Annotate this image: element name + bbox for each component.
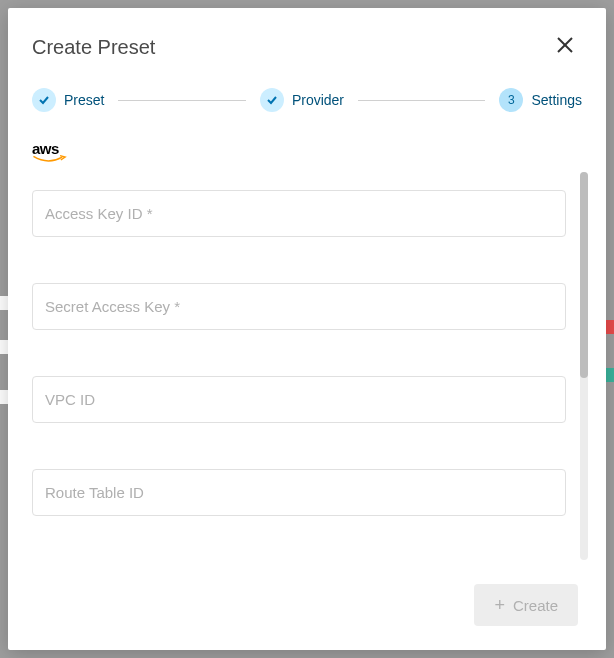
scrollbar-thumb[interactable] <box>580 172 588 378</box>
close-button[interactable] <box>552 32 578 62</box>
access-key-id-input[interactable] <box>32 190 566 237</box>
close-icon <box>556 34 574 59</box>
stepper: Preset Provider 3 Settings <box>8 82 606 130</box>
background-item <box>0 390 8 404</box>
aws-logo: aws <box>32 141 68 166</box>
step-label: Provider <box>292 92 344 108</box>
plus-icon: + <box>494 596 505 614</box>
step-number-badge: 3 <box>499 88 523 112</box>
check-icon <box>260 88 284 112</box>
background-item <box>605 368 614 382</box>
create-button-label: Create <box>513 597 558 614</box>
create-button[interactable]: + Create <box>474 584 578 626</box>
modal-footer: + Create <box>8 564 606 650</box>
background-item <box>0 340 8 354</box>
field-secret-access-key <box>32 283 566 330</box>
form-inner <box>8 172 606 516</box>
background-item <box>605 320 614 334</box>
check-icon <box>32 88 56 112</box>
scrollbar-track[interactable] <box>580 172 588 560</box>
step-settings[interactable]: 3 Settings <box>499 88 582 112</box>
step-provider[interactable]: Provider <box>260 88 344 112</box>
field-access-key-id <box>32 190 566 237</box>
step-divider <box>358 100 485 101</box>
create-preset-modal: Create Preset Preset Provider 3 Settings <box>8 8 606 650</box>
step-label: Settings <box>531 92 582 108</box>
step-label: Preset <box>64 92 104 108</box>
route-table-id-input[interactable] <box>32 469 566 516</box>
form-scroll-area <box>8 172 606 564</box>
field-vpc-id <box>32 376 566 423</box>
modal-header: Create Preset <box>8 8 606 82</box>
step-preset[interactable]: Preset <box>32 88 104 112</box>
field-route-table-id <box>32 469 566 516</box>
step-divider <box>118 100 245 101</box>
vpc-id-input[interactable] <box>32 376 566 423</box>
modal-title: Create Preset <box>32 36 155 59</box>
secret-access-key-input[interactable] <box>32 283 566 330</box>
provider-logo-row: aws <box>8 130 606 172</box>
background-item <box>0 296 8 310</box>
